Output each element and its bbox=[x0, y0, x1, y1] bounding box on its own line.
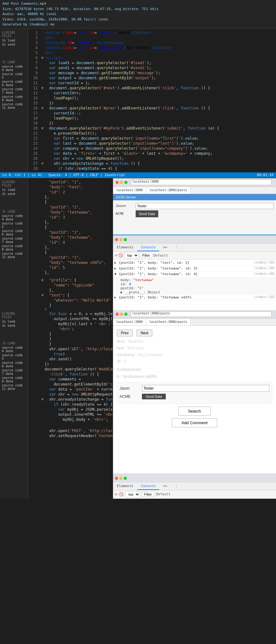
context-select[interactable]: top bbox=[124, 252, 139, 258]
file-tree-3-source-7[interactable]: source code 7 done bbox=[1, 368, 27, 376]
tab-console[interactable]: Console bbox=[137, 244, 159, 251]
file-tree-3-source-5[interactable]: source code 5 bbox=[1, 353, 27, 361]
code-line: 11 var currentId = 1; bbox=[28, 80, 276, 86]
browser-url-bar[interactable]: localhost:3000 bbox=[131, 180, 272, 185]
browser-minimize-dot[interactable] bbox=[120, 181, 123, 184]
file-tree-source-4[interactable]: source code 4 done bbox=[1, 64, 27, 72]
expand-arrow-2[interactable]: ▶ bbox=[114, 266, 119, 270]
code-line: } bbox=[28, 331, 113, 336]
file-tree-js-load[interactable]: Js load bbox=[1, 38, 27, 42]
add-comment-button[interactable]: Add Comment bbox=[172, 418, 217, 427]
bottom-devtools-close[interactable] bbox=[115, 477, 118, 480]
code-line: var comments = bbox=[28, 377, 113, 382]
devtools-maximize-dot[interactable] bbox=[124, 238, 127, 241]
bottom-browser-minimize[interactable] bbox=[120, 313, 123, 316]
code-line: }, bbox=[28, 288, 113, 293]
bottom-stop-icon[interactable]: ⊘ bbox=[115, 492, 117, 497]
bottom-browser-url[interactable]: localhost:3000/posts bbox=[131, 311, 272, 317]
file-tree-2-source-8[interactable]: source code 8 done bbox=[1, 244, 27, 252]
bottom-browser-tab-1[interactable]: localhost:3000 bbox=[113, 319, 146, 325]
code-line: "id": 5 bbox=[28, 265, 113, 270]
bottom-tab-more[interactable]: >> bbox=[159, 483, 171, 490]
bottom-browser-maximize[interactable] bbox=[124, 313, 127, 316]
bottom-context-select[interactable]: top bbox=[126, 491, 140, 497]
browser-tab-bar: localhost:3000 localhost:3000/posts bbox=[113, 187, 276, 194]
file-tree-2-source-11[interactable]: source code 11 done bbox=[1, 252, 27, 259]
console-entry-1: ▶ {postId: "1", body: "test", id: 2} (in… bbox=[113, 260, 276, 266]
bottom-filter-button[interactable]: Filter bbox=[142, 492, 154, 497]
tester-form-input[interactable] bbox=[142, 385, 269, 392]
bottom-clear-icon[interactable]: 🚫 bbox=[119, 492, 124, 497]
file-tree-source-11[interactable]: source code 11 done bbox=[1, 102, 27, 110]
console-entry-4: ▶ {postId: "1", body: "testwaww vddfs (i… bbox=[113, 295, 276, 301]
devtools-chrome bbox=[113, 235, 276, 244]
jason-form-label: Jason bbox=[120, 386, 140, 391]
file-tree-3-js-load[interactable]: Js load bbox=[1, 319, 27, 324]
tab-elements[interactable]: Elements bbox=[113, 244, 137, 251]
bottom-devtools-maximize[interactable] bbox=[124, 477, 127, 480]
file-tree-2-source-6[interactable]: source code 6 done bbox=[1, 229, 27, 236]
browser-maximize-dot[interactable] bbox=[124, 181, 127, 184]
browser-close-dot[interactable] bbox=[116, 181, 119, 184]
bottom-send-data-button[interactable]: Send Data bbox=[142, 394, 166, 399]
code-line: myObj.body + '<br>'; bbox=[28, 417, 113, 422]
code-line: }, bbox=[28, 270, 113, 275]
file-tree-2-source-4[interactable]: source code 4 done bbox=[1, 214, 27, 221]
expand-arrow-3[interactable]: ▼ bbox=[114, 272, 119, 276]
devtools-minimize-dot[interactable] bbox=[119, 238, 122, 241]
bottom-code-main: for (var x = 0; x < myObj.length; x++) {… bbox=[28, 310, 113, 499]
bottom-browser-close[interactable] bbox=[116, 313, 119, 316]
acme-label: ACME bbox=[116, 212, 134, 216]
tab-menu[interactable]: ⋮ bbox=[171, 244, 182, 251]
file-tree-js-send[interactable]: Js send bbox=[1, 42, 27, 47]
file-tree-source-7[interactable]: source code 7 done bbox=[1, 87, 27, 95]
comment-text: 6 : testwaww vddfs bbox=[117, 374, 272, 379]
next-button[interactable]: Next bbox=[137, 330, 153, 336]
clear-icon[interactable]: 🚫 bbox=[118, 253, 123, 258]
code-line: 1 <button class='btn' id='search'>Search… bbox=[28, 30, 276, 35]
bottom-devtools-minimize[interactable] bbox=[119, 477, 122, 480]
file-tree-3-source-4[interactable]: source code 4 done bbox=[1, 346, 27, 353]
code-line: 9 var message = document.getElementById(… bbox=[28, 70, 276, 75]
file-tree-3-source-11[interactable]: source code 11 done bbox=[1, 383, 27, 391]
bottom-devtools-panel: Elements Console >> ⋮ ⊘ 🚫 top Filter Def… bbox=[113, 474, 276, 499]
file-tree-source-6[interactable]: source code 6 done bbox=[1, 80, 27, 87]
expand-arrow-4[interactable]: ▶ bbox=[114, 295, 119, 299]
browser-tab-1[interactable]: localhost:3000 bbox=[113, 187, 146, 194]
code-line: 6 ▼ <script> bbox=[28, 55, 276, 60]
stop-icon[interactable]: ⊘ bbox=[115, 253, 117, 258]
company-field: company : my Company bbox=[117, 352, 272, 357]
expand-arrow-1[interactable]: ▶ bbox=[114, 261, 119, 265]
file-tree-3-source-6[interactable]: source code 6 done bbox=[1, 361, 27, 368]
file-tree-2-source-7[interactable]: source code 7 done bbox=[1, 236, 27, 244]
bottom-browser-tab-2[interactable]: localhost:3000/posts bbox=[146, 319, 190, 325]
devtools-close-dot[interactable] bbox=[115, 238, 118, 241]
code-line: 12 ▼ document.querySelector('#next').add… bbox=[28, 86, 276, 91]
file-tree-source-5[interactable]: source code 5 bbox=[1, 72, 27, 80]
browser-main-content: Prev Next first : TestFirst last : Test … bbox=[113, 326, 276, 474]
prev-button[interactable]: Prev bbox=[117, 330, 133, 336]
search-button[interactable]: Search bbox=[178, 407, 211, 416]
send-data-button[interactable]: Send Data bbox=[136, 210, 158, 217]
nav-buttons: Prev Next bbox=[117, 330, 272, 336]
code-line: ▼ "test": { bbox=[28, 293, 113, 298]
file-tree-3-js-send[interactable]: Js send bbox=[1, 324, 27, 328]
bottom-tab-elements[interactable]: Elements bbox=[113, 483, 137, 490]
bottom-tab-console[interactable]: Console bbox=[137, 483, 159, 490]
file-tree-2-source-5[interactable]: source code 5 bbox=[1, 221, 27, 229]
code-line: 26 var xhr = new XMLHttpRequest(); bbox=[28, 156, 276, 161]
code-line: 24 var company = document.querySelector(… bbox=[28, 146, 276, 151]
file-tree-source-8[interactable]: source code 8 done bbox=[1, 95, 27, 102]
browser-tab-2[interactable]: localhost:3000/posts bbox=[146, 187, 190, 194]
code-line: document.querySelector('#addComment').ad… bbox=[28, 367, 113, 372]
file-tree-2-js-load[interactable]: Js load bbox=[1, 188, 27, 192]
code-line: '<br>'; bbox=[28, 326, 113, 331]
code-line: 15 }) bbox=[28, 101, 276, 106]
tester-input[interactable] bbox=[136, 203, 273, 209]
file-tree-2-js-send[interactable]: Js send bbox=[1, 192, 27, 196]
file-tree-3-source-8[interactable]: source code 8 done bbox=[1, 376, 27, 383]
tab-more[interactable]: >> bbox=[159, 244, 171, 251]
filter-button[interactable]: Filter bbox=[140, 253, 152, 258]
bottom-tab-menu[interactable]: ⋮ bbox=[171, 483, 182, 490]
bottom-right-panel: localhost:3000/posts localhost:3000 loca… bbox=[113, 310, 276, 499]
